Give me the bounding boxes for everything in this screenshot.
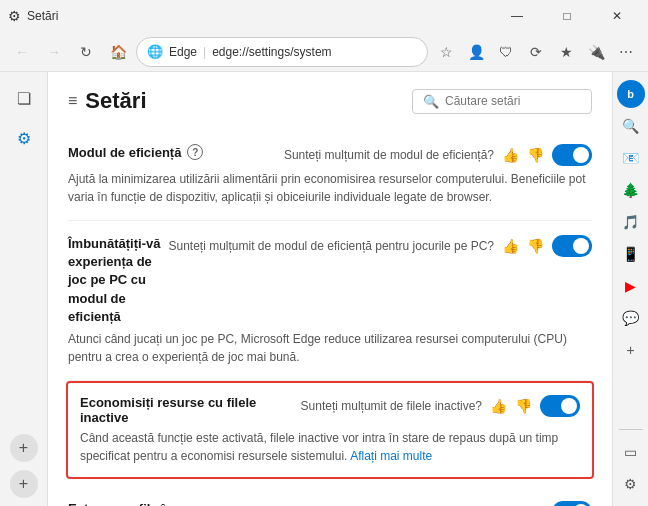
setting-label: Modul de eficiență ? bbox=[68, 144, 203, 160]
setting-row-top: Modul de eficiență ? Sunteți mulțumit de… bbox=[68, 144, 592, 166]
right-sidebar: b 🔍 📧 🌲 🎵 📱 ▶ 💬 + ▭ ⚙ bbox=[612, 72, 648, 506]
main-content: ❏ ⚙ + + ≡ Setări 🔍 Modul de eficiență bbox=[0, 72, 648, 506]
thumbdown-inactive-icon[interactable]: 👎 bbox=[515, 398, 532, 414]
title-bar-controls: — □ ✕ bbox=[494, 0, 640, 32]
tree-sidebar-icon[interactable]: 🌲 bbox=[617, 176, 645, 204]
search-box[interactable]: 🔍 bbox=[412, 89, 592, 114]
thumbdown-gaming-icon[interactable]: 👎 bbox=[527, 238, 544, 254]
efficiency-label: Modul de eficiență bbox=[68, 145, 181, 160]
maximize-button[interactable]: □ bbox=[544, 0, 590, 32]
edge-logo-icon: 🌐 bbox=[147, 44, 163, 59]
fade-toggle[interactable] bbox=[552, 501, 592, 506]
shield-icon[interactable]: 🛡 bbox=[492, 38, 520, 66]
search-input[interactable] bbox=[445, 94, 585, 108]
search-sidebar-icon[interactable]: 🔍 bbox=[617, 112, 645, 140]
setting-row-inactive-tabs: Economisiți resurse cu filele inactive S… bbox=[66, 381, 594, 479]
window-sidebar-icon[interactable]: ▭ bbox=[617, 438, 645, 466]
settings-title-row: ≡ Setări bbox=[68, 88, 147, 114]
gaming-toggle[interactable] bbox=[552, 235, 592, 257]
minimize-button[interactable]: — bbox=[494, 0, 540, 32]
inactive-tabs-desc: Când această funcție este activată, file… bbox=[80, 429, 580, 465]
inactive-tabs-toggle[interactable] bbox=[540, 395, 580, 417]
browser-name: Edge bbox=[169, 45, 197, 59]
toolbar-icons: ☆ 👤 🛡 ⟳ ★ 🔌 ⋯ bbox=[432, 38, 640, 66]
profile-icon[interactable]: 👤 bbox=[462, 38, 490, 66]
setting-row-fade: Estompare file în repaus Filele vor apăr… bbox=[68, 487, 592, 506]
left-sidebar: ❏ ⚙ + + bbox=[0, 72, 48, 506]
window-title: Setări bbox=[27, 9, 58, 23]
address-separator: | bbox=[203, 45, 206, 59]
forward-button[interactable]: → bbox=[40, 38, 68, 66]
extension-icon[interactable]: 🔌 bbox=[582, 38, 610, 66]
title-bar-left: ⚙ Setări bbox=[8, 8, 58, 24]
setting-desc: Ajută la minimizarea utilizării alimentă… bbox=[68, 170, 592, 206]
thumbup-inactive-icon[interactable]: 👍 bbox=[490, 398, 507, 414]
setting-right-gaming: Sunteți mulțumit de modul de eficiență p… bbox=[168, 235, 592, 257]
inactive-tabs-label-text: Economisiți resurse cu filele inactive bbox=[80, 395, 301, 425]
settings-content: Modul de eficiență ? Sunteți mulțumit de… bbox=[48, 122, 612, 506]
address-bar[interactable]: 🌐 Edge | edge://settings/system bbox=[136, 37, 428, 67]
hamburger-icon[interactable]: ≡ bbox=[68, 92, 77, 110]
setting-row-top-inactive: Economisiți resurse cu filele inactive S… bbox=[80, 395, 580, 425]
fade-label-text: Estompare file în repaus bbox=[68, 501, 219, 506]
add-sidebar-button[interactable]: + bbox=[617, 336, 645, 364]
address-url: edge://settings/system bbox=[212, 45, 331, 59]
more-button[interactable]: ⋯ bbox=[612, 38, 640, 66]
inactive-tabs-desc-text: Când această funcție este activată, file… bbox=[80, 431, 558, 463]
thumbup-gaming-icon[interactable]: 👍 bbox=[502, 238, 519, 254]
title-bar: ⚙ Setări — □ ✕ bbox=[0, 0, 648, 32]
feedback-text: Sunteți mulțumit de modul de eficiență? bbox=[284, 148, 494, 162]
inactive-tabs-label: Economisiți resurse cu filele inactive bbox=[80, 395, 301, 425]
thumbup-icon[interactable]: 👍 bbox=[502, 147, 519, 163]
settings-header: ≡ Setări 🔍 bbox=[48, 72, 612, 122]
sidebar-divider bbox=[619, 429, 643, 430]
home-button[interactable]: 🏠 bbox=[104, 38, 132, 66]
star-icon[interactable]: ★ bbox=[552, 38, 580, 66]
back-button[interactable]: ← bbox=[8, 38, 36, 66]
setting-row-top-fade: Estompare file în repaus bbox=[68, 501, 592, 506]
settings-sidebar-icon[interactable]: ⚙ bbox=[617, 470, 645, 498]
search-icon: 🔍 bbox=[423, 94, 439, 109]
sidebar-settings-icon[interactable]: ⚙ bbox=[6, 120, 42, 156]
gaming-label-text: Îmbunătățiți-vă experiența de joc pe PC … bbox=[68, 235, 168, 326]
settings-gear-icon: ⚙ bbox=[8, 8, 21, 24]
sidebar-add2-button[interactable]: + bbox=[10, 470, 38, 498]
gaming-feedback-text: Sunteți mulțumit de modul de eficiență p… bbox=[168, 239, 494, 253]
setting-row-gaming: Îmbunătățiți-vă experiența de joc pe PC … bbox=[68, 221, 592, 381]
learn-more-link[interactable]: Aflați mai multe bbox=[350, 449, 432, 463]
help-icon[interactable]: ? bbox=[187, 144, 203, 160]
inactive-feedback-text: Sunteți mulțumit de filele inactive? bbox=[301, 399, 482, 413]
gaming-desc: Atunci când jucați un joc pe PC, Microso… bbox=[68, 330, 592, 366]
refresh-icon[interactable]: ⟳ bbox=[522, 38, 550, 66]
sidebar-collections-icon[interactable]: ❏ bbox=[6, 80, 42, 116]
setting-right-inactive: Sunteți mulțumit de filele inactive? 👍 👎 bbox=[301, 395, 580, 417]
favorites-icon[interactable]: ☆ bbox=[432, 38, 460, 66]
settings-area: ≡ Setări 🔍 Modul de eficiență ? Sunteți … bbox=[48, 72, 612, 506]
outlook-sidebar-icon[interactable]: 📧 bbox=[617, 144, 645, 172]
setting-right-fade bbox=[552, 501, 592, 506]
efficiency-toggle[interactable] bbox=[552, 144, 592, 166]
setting-right: Sunteți mulțumit de modul de eficiență? … bbox=[284, 144, 592, 166]
youtube-sidebar-icon[interactable]: ▶ bbox=[617, 272, 645, 300]
reload-button[interactable]: ↻ bbox=[72, 38, 100, 66]
gaming-label: Îmbunătățiți-vă experiența de joc pe PC … bbox=[68, 235, 168, 326]
browser-toolbar: ← → ↻ 🏠 🌐 Edge | edge://settings/system … bbox=[0, 32, 648, 72]
bing-button[interactable]: b bbox=[617, 80, 645, 108]
sidebar-add-button[interactable]: + bbox=[10, 434, 38, 462]
thumbdown-icon[interactable]: 👎 bbox=[527, 147, 544, 163]
page-title: Setări bbox=[85, 88, 146, 114]
music-sidebar-icon[interactable]: 🎵 bbox=[617, 208, 645, 236]
fade-label: Estompare file în repaus bbox=[68, 501, 219, 506]
skype-sidebar-icon[interactable]: 💬 bbox=[617, 304, 645, 332]
setting-row-top-gaming: Îmbunătățiți-vă experiența de joc pe PC … bbox=[68, 235, 592, 326]
phone-sidebar-icon[interactable]: 📱 bbox=[617, 240, 645, 268]
close-button[interactable]: ✕ bbox=[594, 0, 640, 32]
setting-row-efficiency: Modul de eficiență ? Sunteți mulțumit de… bbox=[68, 130, 592, 221]
